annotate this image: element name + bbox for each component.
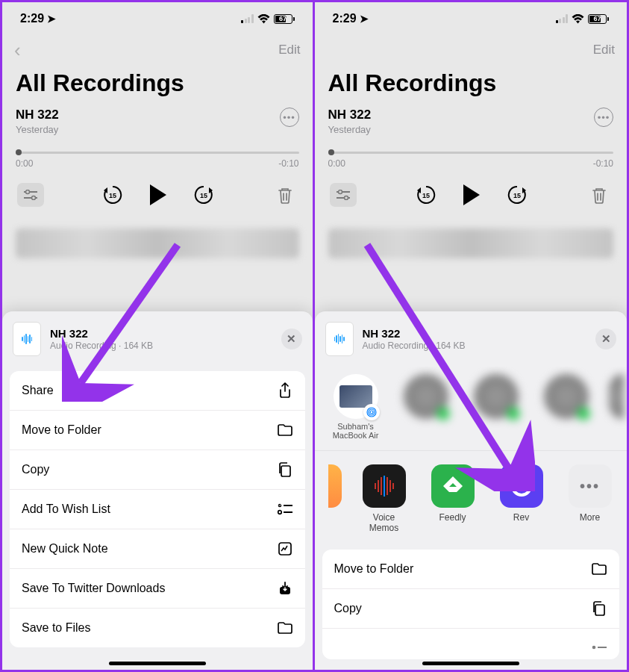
airdrop-label: Subham's MacBook Air xyxy=(328,422,384,440)
sheet-file-name: NH 322 xyxy=(363,327,466,340)
home-indicator[interactable] xyxy=(109,662,206,665)
airdrop-contact[interactable] xyxy=(398,374,454,422)
svg-rect-8 xyxy=(281,466,290,476)
more-button[interactable]: ••• xyxy=(280,108,299,127)
skip-forward-button[interactable]: 15 xyxy=(193,184,214,205)
wifi-icon xyxy=(257,14,270,24)
cellular-signal-icon xyxy=(241,14,254,23)
save-files-action[interactable]: Save to Files xyxy=(10,609,305,647)
battery-icon: 67 xyxy=(274,14,295,24)
options-button[interactable] xyxy=(330,183,357,207)
folder-icon xyxy=(277,422,293,438)
playback-progress[interactable]: 0:00 -0:10 xyxy=(328,152,614,169)
action-sheet: NH 322 Audio Recording · 164 KB ✕ Share … xyxy=(2,311,313,670)
more-icon: ••• xyxy=(569,464,612,508)
play-button[interactable] xyxy=(150,184,166,205)
recording-title: NH 322 xyxy=(328,108,372,122)
voice-memos-icon xyxy=(363,464,406,508)
recording-title: NH 322 xyxy=(16,108,59,122)
more-apps[interactable]: ••• More xyxy=(564,464,616,523)
svg-point-3 xyxy=(32,196,36,200)
airdrop-contact[interactable] xyxy=(539,374,594,422)
screen-right: 2:29 ➤ 67 ‹ Edit All Recordings xyxy=(315,2,628,670)
svg-text:15: 15 xyxy=(513,192,521,199)
location-icon: ➤ xyxy=(47,13,56,25)
svg-point-24 xyxy=(370,411,373,414)
move-folder-action[interactable]: Move to Folder xyxy=(322,550,620,589)
back-button[interactable]: ‹ xyxy=(14,39,21,62)
home-indicator[interactable] xyxy=(422,662,519,665)
wishlist-icon xyxy=(277,501,293,517)
svg-point-25 xyxy=(369,409,375,415)
close-button[interactable]: ✕ xyxy=(281,329,302,349)
wishlist-icon xyxy=(591,640,607,656)
app-label: Voice Memos xyxy=(358,512,410,533)
screen-left: 2:29 ➤ 67 ‹ Edit All Recordings xyxy=(2,2,315,670)
folder-icon xyxy=(591,561,607,577)
app-share-row: Voice Memos Feedly Rev ••• More xyxy=(315,451,628,545)
copy-icon xyxy=(277,461,293,478)
file-icon xyxy=(325,322,354,356)
airdrop-contact[interactable] xyxy=(469,374,524,422)
time-elapsed: 0:00 xyxy=(328,158,345,169)
recording-card: NH 322 Yesterday ••• 0:00 -0:10 15 xyxy=(2,108,313,215)
twitter-download-action[interactable]: Save To Twitter Downloads xyxy=(10,569,305,609)
app-label: Rev xyxy=(495,512,548,523)
nav-bar: ‹ Edit xyxy=(2,35,313,65)
edit-button[interactable]: Edit xyxy=(278,43,300,57)
skip-back-button[interactable]: 15 xyxy=(416,184,436,205)
sheet-file-name: NH 322 xyxy=(50,327,153,340)
voice-memos-app[interactable]: Voice Memos xyxy=(358,464,410,533)
download-icon xyxy=(277,580,293,597)
player-controls: 15 15 xyxy=(328,182,614,208)
folder-icon xyxy=(277,620,293,636)
app-label: Feedly xyxy=(427,512,479,523)
quicknote-icon xyxy=(277,541,293,557)
delete-button[interactable] xyxy=(272,182,298,208)
player-controls: 15 15 xyxy=(16,182,299,208)
feedly-app[interactable]: Feedly xyxy=(427,464,479,523)
rev-icon xyxy=(500,464,543,508)
partial-action[interactable] xyxy=(322,629,620,659)
feedly-icon xyxy=(431,464,475,508)
status-time: 2:29 xyxy=(20,12,44,25)
redacted-row xyxy=(16,228,299,258)
wishlist-action[interactable]: Add To Wish List xyxy=(10,490,305,529)
quicknote-action[interactable]: New Quick Note xyxy=(10,529,305,569)
sheet-file-meta: Audio Recording · 164 KB xyxy=(363,340,466,351)
time-remaining: -0:10 xyxy=(278,158,298,169)
svg-point-36 xyxy=(592,646,596,650)
recording-card: NH 322 Yesterday ••• 0:00 -0:10 15 xyxy=(315,108,628,215)
svg-text:15: 15 xyxy=(422,192,430,199)
airdrop-row: Subham's MacBook Air xyxy=(315,367,628,451)
svg-point-19 xyxy=(344,196,348,200)
edit-button[interactable]: Edit xyxy=(593,43,615,57)
copy-action[interactable]: Copy xyxy=(10,450,305,490)
options-button[interactable] xyxy=(17,183,44,207)
cellular-signal-icon xyxy=(556,14,569,23)
svg-text:15: 15 xyxy=(109,192,116,199)
share-sheet: NH 322 Audio Recording · 164 KB ✕ Subham… xyxy=(315,311,628,670)
copy-action[interactable]: Copy xyxy=(322,589,620,629)
rev-app[interactable]: Rev xyxy=(495,464,548,523)
play-button[interactable] xyxy=(463,184,480,205)
more-button[interactable]: ••• xyxy=(594,108,613,127)
close-button[interactable]: ✕ xyxy=(595,329,616,349)
svg-rect-35 xyxy=(595,605,604,615)
move-folder-action[interactable]: Move to Folder xyxy=(10,411,305,450)
wifi-icon xyxy=(572,14,584,24)
status-bar: 2:29 ➤ 67 xyxy=(315,2,628,35)
recording-date: Yesterday xyxy=(328,124,372,135)
app-partial[interactable] xyxy=(328,464,342,512)
nav-bar: ‹ Edit xyxy=(315,35,628,65)
playback-progress[interactable]: 0:00 -0:10 xyxy=(16,152,299,169)
airdrop-contact[interactable] xyxy=(609,374,624,422)
skip-back-button[interactable]: 15 xyxy=(102,184,123,205)
file-icon xyxy=(13,322,41,356)
recording-date: Yesterday xyxy=(16,124,59,135)
app-label: More xyxy=(564,512,616,523)
share-action[interactable]: Share xyxy=(10,371,305,411)
skip-forward-button[interactable]: 15 xyxy=(507,184,528,205)
airdrop-device[interactable]: Subham's MacBook Air xyxy=(328,374,384,440)
delete-button[interactable] xyxy=(586,182,612,208)
